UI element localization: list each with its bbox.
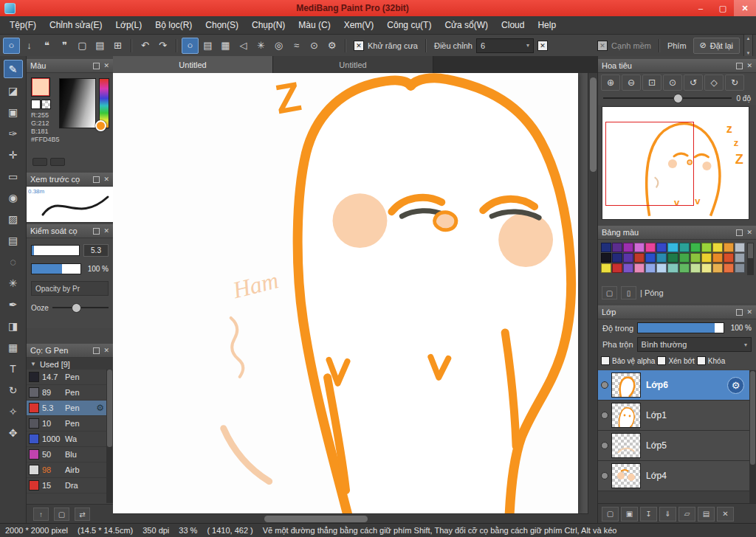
eraser-tool[interactable]: ◪ bbox=[4, 81, 23, 100]
palette-swatch[interactable] bbox=[601, 253, 611, 263]
menu-file[interactable]: Tệp(F) bbox=[3, 16, 43, 34]
menu-filter[interactable]: Bộ lọc(R) bbox=[148, 16, 199, 34]
palette-swatch[interactable] bbox=[724, 253, 734, 263]
redo-button[interactable]: ↷ bbox=[154, 38, 171, 54]
snap-off-button[interactable]: ○ bbox=[182, 38, 199, 54]
reset-button[interactable]: ⊘ Đặt lại bbox=[693, 38, 740, 54]
palette-swatch[interactable] bbox=[645, 243, 656, 252]
palette-swatch[interactable] bbox=[601, 243, 611, 252]
toolbar-overflow-scroll[interactable]: ▲▼ bbox=[743, 34, 753, 58]
maximize-button[interactable]: ▢ bbox=[712, 0, 734, 16]
palette-scrollbar[interactable] bbox=[747, 243, 754, 275]
select-eraser-tool[interactable]: ◨ bbox=[4, 316, 23, 335]
rotate-right-button[interactable]: ↻ bbox=[725, 75, 744, 91]
layer-row-selected[interactable]: Lớp6 ⚙ bbox=[598, 370, 749, 401]
hand-tool[interactable]: ✥ bbox=[4, 423, 23, 442]
panel-close-icon[interactable]: ✕ bbox=[103, 62, 109, 69]
cell-grid-button[interactable]: ⊞ bbox=[109, 38, 126, 54]
palette-swatch[interactable] bbox=[612, 263, 622, 273]
palette-swatch[interactable] bbox=[645, 263, 656, 273]
palette-swatch[interactable] bbox=[623, 243, 633, 252]
menu-help[interactable]: Help bbox=[531, 16, 563, 34]
layer-settings-button[interactable]: ⚙ bbox=[727, 377, 744, 394]
palette-swatch[interactable] bbox=[612, 243, 622, 252]
blend-mode-select[interactable]: Bình thường ▾ bbox=[637, 337, 752, 352]
close-button[interactable]: ✕ bbox=[734, 0, 756, 16]
palette-swatch[interactable] bbox=[679, 253, 690, 263]
snap-parallel-button[interactable]: ▤ bbox=[199, 38, 216, 54]
panel-popout-icon[interactable] bbox=[93, 63, 100, 69]
palette-swatch[interactable] bbox=[712, 263, 723, 273]
palette-swatch[interactable] bbox=[645, 253, 656, 263]
panel-close-icon[interactable]: ✕ bbox=[103, 347, 109, 354]
document-tab-2[interactable]: Untitled bbox=[273, 56, 433, 73]
rotate-left-button[interactable]: ↺ bbox=[684, 75, 703, 91]
snap-radial-button[interactable]: ✳ bbox=[252, 38, 269, 54]
palette-swatch[interactable] bbox=[712, 243, 723, 252]
delete-layer-button[interactable]: ✕ bbox=[717, 507, 734, 522]
reset-rotation-button[interactable]: ◇ bbox=[704, 75, 724, 91]
comment-button[interactable]: ❝ bbox=[38, 38, 55, 54]
document-tab-1[interactable]: Untitled bbox=[113, 56, 273, 73]
palette-swatch[interactable] bbox=[656, 253, 667, 263]
navigator-viewport-rect[interactable] bbox=[605, 122, 694, 206]
select-ellipse-button[interactable]: ○ bbox=[3, 38, 20, 54]
brush-item[interactable]: 15 Dra bbox=[27, 478, 106, 493]
background-color-swatch[interactable] bbox=[31, 100, 41, 109]
palette-swatch[interactable] bbox=[667, 243, 678, 252]
navigator-preview[interactable]: z z Z v v bbox=[602, 106, 749, 220]
brush-item[interactable]: 10 Pen bbox=[27, 416, 106, 432]
brush-item[interactable]: 89 Pen bbox=[27, 385, 106, 401]
palette-swatch[interactable] bbox=[690, 253, 701, 263]
layer-opacity-slider[interactable] bbox=[637, 322, 724, 333]
upload-brush-button[interactable]: ↑ bbox=[33, 507, 49, 521]
brush-size-value[interactable]: 5.3 bbox=[83, 244, 109, 257]
snap-circle-button[interactable]: ◎ bbox=[270, 38, 287, 54]
pencil-tool[interactable]: ✑ bbox=[4, 124, 23, 142]
open-documents-button[interactable]: ▤ bbox=[92, 38, 109, 54]
palette-swatch[interactable] bbox=[634, 243, 645, 252]
layer-list-scrollbar[interactable] bbox=[749, 370, 756, 504]
zoom-reset-button[interactable]: ⊙ bbox=[663, 75, 682, 91]
brush-settings-icon[interactable]: ⚙ bbox=[96, 403, 104, 413]
snap-ellipse-button[interactable]: ⊙ bbox=[306, 38, 323, 54]
palette-swatch[interactable] bbox=[712, 253, 723, 263]
panel-popout-icon[interactable] bbox=[93, 176, 100, 183]
palette-swatch[interactable] bbox=[623, 263, 633, 273]
palette-swatch[interactable] bbox=[735, 243, 745, 252]
gradient-tool[interactable]: ▨ bbox=[4, 209, 23, 228]
snap-settings-button[interactable]: ⚙ bbox=[323, 38, 340, 54]
layer-visibility-toggle[interactable] bbox=[598, 442, 611, 449]
palette-swatch[interactable] bbox=[679, 263, 690, 273]
alpha-protect-checkbox[interactable] bbox=[601, 356, 610, 365]
panel-close-icon[interactable]: ✕ bbox=[746, 229, 752, 236]
canvas-vertical-scrollbar[interactable] bbox=[588, 73, 598, 514]
brush-tool[interactable]: ✎ bbox=[4, 60, 23, 78]
layer-row[interactable]: Lớp5 bbox=[598, 431, 749, 461]
palette-swatch[interactable] bbox=[667, 253, 678, 263]
select-marquee-tool[interactable]: ▤ bbox=[4, 231, 23, 249]
palette-swatch[interactable] bbox=[667, 263, 678, 273]
chat-button[interactable]: ❞ bbox=[56, 38, 73, 54]
palette-swatch[interactable] bbox=[724, 243, 734, 252]
adjust-select[interactable]: 6 ▾ bbox=[476, 38, 534, 53]
rotation-slider[interactable] bbox=[603, 93, 732, 103]
snap-triangle-button[interactable]: ◁ bbox=[235, 38, 252, 54]
palette-swatch[interactable] bbox=[701, 243, 712, 252]
zoom-out-button[interactable]: ⊖ bbox=[622, 75, 641, 91]
brush-item[interactable]: 98 Airb bbox=[27, 462, 106, 478]
opacity-by-pressure-option[interactable]: Opacity by Pr bbox=[31, 281, 109, 296]
hue-slider-knob[interactable] bbox=[95, 120, 106, 131]
select-pen-tool[interactable]: ✒ bbox=[4, 295, 23, 313]
menu-cloud[interactable]: Cloud bbox=[495, 16, 531, 34]
duplicate-layer-button[interactable]: ▣ bbox=[621, 507, 638, 522]
rotate-canvas-tool[interactable]: ↻ bbox=[4, 381, 23, 399]
undo-button[interactable]: ↶ bbox=[137, 38, 154, 54]
palette-swatch[interactable] bbox=[724, 263, 734, 273]
palette-swatch[interactable] bbox=[735, 253, 745, 263]
palette-swatch[interactable] bbox=[735, 263, 745, 273]
ooze-slider[interactable] bbox=[52, 302, 109, 313]
lasso-tool[interactable]: ◌ bbox=[4, 252, 23, 271]
text-tool[interactable]: T bbox=[4, 359, 23, 378]
panel-popout-icon[interactable] bbox=[736, 63, 743, 69]
